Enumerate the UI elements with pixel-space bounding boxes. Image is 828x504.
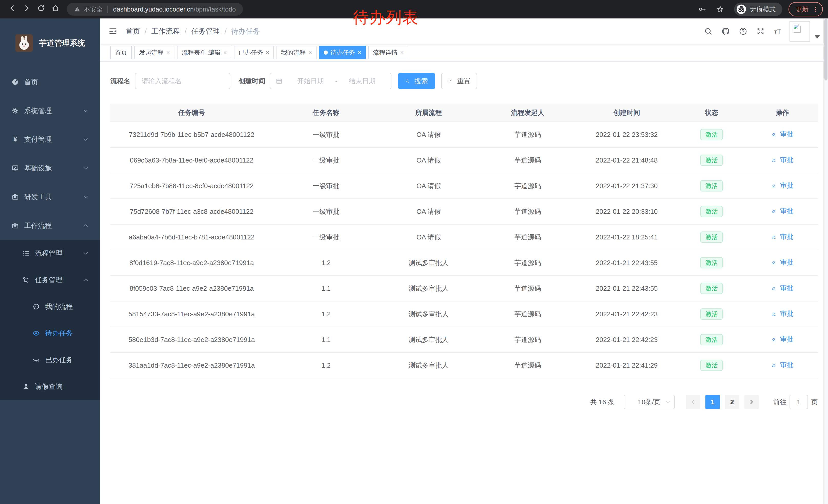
approve-link[interactable]: 审批 xyxy=(771,207,793,216)
sidebar-item-label: 任务管理 xyxy=(35,275,63,284)
date-range-picker[interactable]: 开始日期 - 结束日期 xyxy=(270,73,391,89)
next-page-button[interactable] xyxy=(744,395,759,409)
tab-发起流程[interactable]: 发起流程× xyxy=(134,46,174,59)
tab-首页[interactable]: 首页 xyxy=(110,46,132,59)
close-icon[interactable]: × xyxy=(223,49,227,56)
menu-dots-icon xyxy=(812,6,819,12)
range-separator: - xyxy=(335,77,338,85)
sidebar-item-my-process[interactable]: 我的流程 xyxy=(0,293,100,320)
sidebar-item-workflow[interactable]: 工作流程 xyxy=(0,211,100,240)
sidebar-collapse-icon[interactable] xyxy=(108,27,118,36)
content: 流程名 创建时间 开始日期 - 结束日期 搜索 xyxy=(100,61,828,504)
key-icon[interactable] xyxy=(698,5,706,13)
search-icon[interactable] xyxy=(704,27,713,36)
url-path: /bpm/task/todo xyxy=(194,6,236,13)
url-bar[interactable]: 不安全 dashboard.yudao.iocoder.cn/bpm/task/… xyxy=(67,3,243,16)
scrollbar[interactable] xyxy=(823,18,828,504)
cell-id: 8f059c03-7ac8-11ec-a9e2-a2380e71991a xyxy=(110,276,273,301)
approve-link[interactable]: 审批 xyxy=(771,155,793,164)
column-header: 操作 xyxy=(747,103,818,122)
cell-name: 1.2 xyxy=(273,353,379,378)
page-button-1[interactable]: 1 xyxy=(705,395,720,409)
browser-update-button[interactable]: 更新 xyxy=(788,2,823,16)
edit-icon xyxy=(771,131,778,138)
eye-icon xyxy=(32,329,40,337)
browser-back-button[interactable] xyxy=(5,2,19,16)
browser-forward-button[interactable] xyxy=(19,2,34,16)
filter-bar: 流程名 创建时间 开始日期 - 结束日期 搜索 xyxy=(110,73,818,89)
cell-starter: 芋道源码 xyxy=(478,147,577,173)
edit-icon xyxy=(771,362,778,368)
search-icon xyxy=(405,78,412,84)
goto-page-input[interactable] xyxy=(790,395,808,409)
help-icon[interactable] xyxy=(739,27,747,36)
browser-home-button[interactable] xyxy=(48,2,63,16)
approve-link-label: 审批 xyxy=(780,207,793,216)
sidebar-item-payment[interactable]: ¥支付管理 xyxy=(0,125,100,154)
sidebar-item-process-mgmt[interactable]: 流程管理 xyxy=(0,240,100,267)
toolbox-icon xyxy=(11,193,19,201)
column-header: 创建时间 xyxy=(577,103,676,122)
approve-link-label: 审批 xyxy=(780,232,793,241)
browser-reload-button[interactable] xyxy=(34,2,48,16)
bookmark-star-icon[interactable] xyxy=(716,5,724,13)
approve-link[interactable]: 审批 xyxy=(771,232,793,241)
sidebar-item-task-mgmt[interactable]: 任务管理 xyxy=(0,267,100,293)
scrollbar-thumb[interactable] xyxy=(824,19,827,81)
sidebar-item-infra[interactable]: 基础设施 xyxy=(0,154,100,183)
approve-link-label: 审批 xyxy=(780,258,793,267)
sidebar-item-home[interactable]: 首页 xyxy=(0,68,100,96)
approve-link[interactable]: 审批 xyxy=(771,283,793,292)
process-name-label: 流程名 xyxy=(110,77,130,86)
close-icon[interactable]: × xyxy=(166,49,170,56)
search-button[interactable]: 搜索 xyxy=(398,73,435,89)
tab-我的流程[interactable]: 我的流程× xyxy=(277,46,317,59)
breadcrumb-separator: / xyxy=(185,27,187,35)
close-icon[interactable]: × xyxy=(358,49,361,56)
cell-created: 2022-01-22 23:53:32 xyxy=(577,122,676,147)
tab-已办任务[interactable]: 已办任务× xyxy=(234,46,274,59)
approve-link[interactable]: 审批 xyxy=(771,130,793,139)
page-button-2[interactable]: 2 xyxy=(725,395,739,409)
sidebar-logo[interactable]: 芋道管理系统 xyxy=(0,18,100,68)
process-name-input[interactable] xyxy=(135,73,230,89)
close-icon[interactable]: × xyxy=(308,49,312,56)
sidebar-item-leave-query[interactable]: 请假查询 xyxy=(0,373,100,400)
edit-icon xyxy=(771,234,778,240)
caret-down-icon[interactable] xyxy=(815,35,820,39)
sidebar-item-devtools[interactable]: 研发工具 xyxy=(0,183,100,211)
cell-id: 580e1b3d-7ac8-11ec-a9e2-a2380e71991a xyxy=(110,327,273,353)
pagination: 共 16 条 10条/页 12 前往 页 xyxy=(110,395,818,424)
cell-process: OA 请假 xyxy=(379,199,478,224)
approve-link-label: 审批 xyxy=(780,360,793,369)
breadcrumb-item[interactable]: 任务管理 xyxy=(191,27,220,36)
prev-page-button[interactable] xyxy=(686,395,700,409)
close-icon[interactable]: × xyxy=(266,49,269,56)
tab-流程详情[interactable]: 流程详情× xyxy=(368,46,408,59)
navbar: 首页/工作流程/任务管理/待办任务 TT xyxy=(100,18,828,44)
github-icon[interactable] xyxy=(721,27,730,36)
breadcrumb-item[interactable]: 首页 xyxy=(126,27,140,36)
font-size-icon[interactable]: TT xyxy=(774,27,782,36)
breadcrumb-item[interactable]: 工作流程 xyxy=(151,27,180,36)
fullscreen-icon[interactable] xyxy=(756,27,765,36)
approve-link-label: 审批 xyxy=(780,309,793,318)
cell-process: 测试多审批人 xyxy=(379,327,478,353)
status-badge: 激活 xyxy=(700,360,723,371)
approve-link[interactable]: 审批 xyxy=(771,258,793,267)
approve-link[interactable]: 审批 xyxy=(771,360,793,369)
close-icon[interactable]: × xyxy=(400,49,404,56)
tab-流程表单-编辑[interactable]: 流程表单-编辑× xyxy=(177,46,232,59)
approve-link[interactable]: 审批 xyxy=(771,335,793,344)
avatar[interactable] xyxy=(790,21,810,42)
approve-link[interactable]: 审批 xyxy=(771,181,793,190)
page-size-select[interactable]: 10条/页 xyxy=(624,395,675,409)
sidebar-item-label: 工作流程 xyxy=(24,221,52,230)
sidebar-item-system[interactable]: 系统管理 xyxy=(0,96,100,125)
sidebar-item-done-task[interactable]: 已办任务 xyxy=(0,347,100,373)
sidebar-item-todo-task[interactable]: 待办任务 xyxy=(0,320,100,347)
cell-created: 2022-01-21 22:43:55 xyxy=(577,276,676,301)
approve-link[interactable]: 审批 xyxy=(771,309,793,318)
tab-待办任务[interactable]: 待办任务× xyxy=(319,46,366,59)
reset-button[interactable]: 重置 xyxy=(441,73,477,89)
